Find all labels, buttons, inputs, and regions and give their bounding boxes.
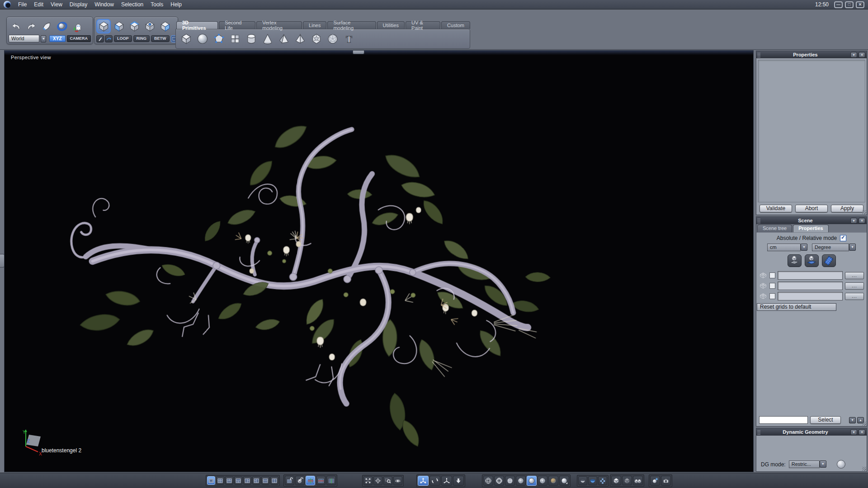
text-tool-button[interactable] (342, 31, 356, 47)
wireframe-shading-button[interactable] (483, 476, 493, 486)
angle-value[interactable]: Degree (812, 244, 849, 251)
scene-close-button[interactable]: ✕ (859, 218, 865, 224)
validate-button[interactable]: Validate (760, 205, 792, 212)
grid-horizontal-button[interactable] (316, 476, 326, 485)
vertex-mode-button[interactable] (142, 19, 157, 33)
redo-button[interactable] (24, 19, 38, 33)
cube-tool-button[interactable] (179, 31, 193, 47)
auto-mode-button[interactable] (158, 19, 172, 33)
grid-enable-checkbox[interactable] (769, 272, 775, 278)
cylinder-tool-button[interactable] (245, 31, 258, 47)
tab-custom[interactable]: Custom (441, 21, 470, 29)
face-mode-button[interactable] (112, 19, 126, 33)
perspective-viewport[interactable]: Perspective view (5, 51, 753, 472)
select-button[interactable]: Select (810, 416, 841, 424)
dart-cursor-button[interactable] (39, 19, 54, 33)
tab-second-life[interactable]: Second Life (219, 21, 255, 29)
dodecahedron-tool-button[interactable] (310, 31, 323, 47)
select-down-button[interactable]: ▾ (849, 417, 856, 423)
grid-enable-checkbox[interactable] (769, 283, 775, 289)
tab-surface-modeling[interactable]: Surface modeling (327, 21, 376, 29)
grid-path-input[interactable] (778, 271, 843, 280)
grid-vertical-button[interactable] (326, 476, 336, 485)
menu-item[interactable]: Tools (147, 1, 167, 8)
flat-wire-shading-button[interactable] (516, 476, 526, 486)
tab-utilities[interactable]: Utilities (377, 21, 405, 29)
menu-item[interactable]: Display (66, 1, 91, 8)
grid-browse-button[interactable]: ... (845, 272, 864, 279)
dg-close-button[interactable]: ✕ (859, 429, 865, 435)
look-at-button[interactable] (393, 476, 402, 485)
layout-left-split-button[interactable] (252, 476, 260, 485)
menu-item[interactable]: View (47, 1, 66, 8)
unit-value[interactable]: cm (767, 244, 801, 251)
manipulator-ring-button[interactable] (55, 19, 69, 33)
left-panel-collapse-handle[interactable] (0, 254, 5, 267)
scene-tab-properties[interactable]: Properties (793, 225, 828, 232)
minimize-button[interactable]: — (834, 1, 843, 8)
resize-grip-icon[interactable] (862, 210, 866, 214)
layout-two-cols-button[interactable] (270, 476, 278, 485)
cone-tool-button[interactable] (261, 31, 274, 47)
undo-button[interactable] (9, 19, 23, 33)
open-mesh-button[interactable] (578, 476, 587, 485)
grid-object-view-button[interactable] (788, 254, 802, 267)
layout-single-button[interactable] (207, 476, 215, 485)
grid-enable-checkbox[interactable] (769, 293, 775, 299)
facet-tool-button[interactable] (212, 31, 226, 47)
grid-path-input[interactable] (778, 292, 843, 300)
tetrahedron-tool-button[interactable] (277, 31, 291, 47)
pyramid-tool-button[interactable] (293, 31, 307, 47)
grid-tilt-view-button[interactable] (822, 254, 836, 267)
sphere-cluster-button[interactable] (598, 476, 607, 485)
layout-top-split-button[interactable] (225, 476, 233, 485)
drop-manipulator-button[interactable] (453, 476, 464, 486)
reset-grids-button[interactable]: Reset grids to default (757, 303, 836, 311)
grid-axes-button[interactable] (306, 476, 315, 485)
absolute-relative-checkbox[interactable] (840, 235, 846, 241)
tab-3d-primitives[interactable]: 3D Primitives (176, 21, 218, 29)
tab-lines[interactable]: Lines (303, 21, 326, 29)
xyz-toggle-button[interactable]: XYZ (49, 35, 65, 42)
grid-browse-button[interactable]: ... (845, 293, 864, 300)
geodesic-sphere-tool-button[interactable] (326, 31, 340, 47)
sphere-tool-button[interactable] (196, 31, 209, 47)
flat-shading-button[interactable] (505, 476, 515, 486)
dg-mode-value[interactable]: Restric... (789, 460, 820, 468)
center-selection-button[interactable] (373, 476, 382, 485)
layout-quad-button[interactable] (216, 476, 224, 485)
menu-item[interactable]: Selection (118, 1, 147, 8)
smooth-shading-button[interactable] (527, 476, 537, 486)
translate-manipulator-button[interactable] (418, 476, 429, 486)
properties-collapse-button[interactable]: ▾ (850, 52, 857, 58)
swoosh-select-button[interactable] (105, 35, 113, 42)
dg-collapse-button[interactable]: ▾ (850, 429, 857, 435)
close-button[interactable]: ✕ (856, 1, 864, 8)
tab-vertex-modeling[interactable]: Vertex modeling (256, 21, 302, 29)
properties-panel-header[interactable]: Properties ▾ ✕ (756, 51, 867, 58)
pen-select-button[interactable] (96, 35, 104, 42)
grid-browse-button[interactable]: ... (845, 282, 864, 290)
dynamic-geometry-panel-header[interactable]: Dynamic Geometry ▾ ✕ (756, 428, 867, 436)
hidden-wireframe-shading-button[interactable] (494, 476, 504, 486)
loop-select-button[interactable]: LOOP (114, 35, 132, 42)
layout-two-rows-button[interactable] (261, 476, 269, 485)
world-dropdown-arrow[interactable]: ▾ (41, 35, 46, 42)
scene-collapse-button[interactable]: ▾ (850, 218, 857, 224)
rotate-manipulator-button[interactable] (429, 476, 440, 486)
material-shading-button[interactable] (559, 476, 569, 486)
ghost-box-button[interactable] (622, 476, 632, 485)
apply-button[interactable]: Apply (831, 205, 863, 212)
dg-sphere-button[interactable] (837, 460, 845, 469)
grid-plane-view-button[interactable] (805, 254, 819, 267)
scene-tab-scene-tree[interactable]: Scene tree (757, 225, 792, 232)
textured-shading-button[interactable] (548, 476, 558, 486)
solid-box-button[interactable] (611, 476, 621, 485)
layout-bottom-split-button[interactable] (234, 476, 242, 485)
world-dropdown[interactable]: World (9, 35, 39, 42)
closed-mesh-button[interactable] (588, 476, 597, 485)
grid-snap-button[interactable] (285, 476, 294, 485)
tab-uv-paint[interactable]: UV & Paint (406, 21, 440, 29)
between-select-button[interactable]: BETW (151, 35, 170, 42)
angle-dropdown-arrow[interactable]: ▾ (849, 244, 856, 251)
